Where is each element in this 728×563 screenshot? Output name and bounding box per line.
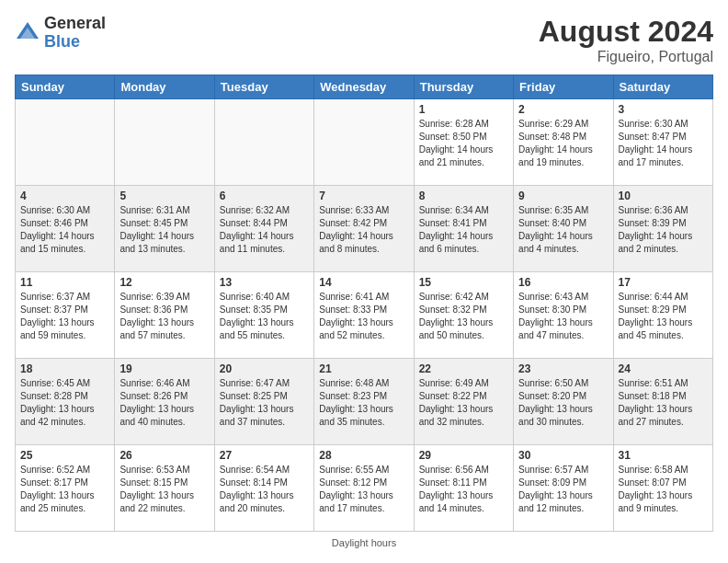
calendar-day-header: Thursday bbox=[414, 75, 513, 99]
day-info: Sunrise: 6:28 AM Sunset: 8:50 PM Dayligh… bbox=[419, 118, 508, 169]
calendar-cell: 30Sunrise: 6:57 AM Sunset: 8:09 PM Dayli… bbox=[514, 445, 613, 532]
day-number: 25 bbox=[20, 449, 109, 462]
calendar-cell: 23Sunrise: 6:50 AM Sunset: 8:20 PM Dayli… bbox=[514, 359, 613, 445]
day-info: Sunrise: 6:49 AM Sunset: 8:22 PM Dayligh… bbox=[419, 377, 508, 429]
calendar-week-row: 25Sunrise: 6:52 AM Sunset: 8:17 PM Dayli… bbox=[16, 445, 713, 532]
day-number: 29 bbox=[419, 449, 508, 462]
calendar-cell: 19Sunrise: 6:46 AM Sunset: 8:26 PM Dayli… bbox=[115, 359, 214, 445]
logo-blue: Blue bbox=[44, 32, 80, 51]
day-number: 22 bbox=[419, 362, 508, 375]
calendar-cell bbox=[314, 99, 414, 186]
logo-icon bbox=[15, 20, 40, 46]
logo: General Blue bbox=[15, 15, 106, 52]
day-number: 6 bbox=[220, 190, 309, 202]
day-info: Sunrise: 6:41 AM Sunset: 8:33 PM Dayligh… bbox=[319, 291, 408, 342]
day-number: 14 bbox=[319, 276, 408, 289]
day-number: 18 bbox=[20, 362, 109, 375]
day-number: 4 bbox=[20, 190, 109, 202]
day-info: Sunrise: 6:50 AM Sunset: 8:20 PM Dayligh… bbox=[518, 377, 608, 429]
day-info: Sunrise: 6:35 AM Sunset: 8:40 PM Dayligh… bbox=[518, 204, 608, 256]
calendar-cell: 12Sunrise: 6:39 AM Sunset: 8:36 PM Dayli… bbox=[115, 272, 214, 359]
day-number: 13 bbox=[220, 276, 309, 289]
calendar-cell: 18Sunrise: 6:45 AM Sunset: 8:28 PM Dayli… bbox=[16, 359, 115, 445]
day-info: Sunrise: 6:56 AM Sunset: 8:11 PM Dayligh… bbox=[419, 464, 508, 515]
calendar-cell: 6Sunrise: 6:32 AM Sunset: 8:44 PM Daylig… bbox=[214, 186, 313, 272]
day-info: Sunrise: 6:45 AM Sunset: 8:28 PM Dayligh… bbox=[20, 377, 109, 429]
calendar-week-row: 11Sunrise: 6:37 AM Sunset: 8:37 PM Dayli… bbox=[16, 272, 713, 359]
calendar-day-header: Wednesday bbox=[314, 75, 414, 99]
day-number: 1 bbox=[419, 103, 508, 116]
day-number: 12 bbox=[119, 276, 209, 289]
day-info: Sunrise: 6:53 AM Sunset: 8:15 PM Dayligh… bbox=[119, 464, 209, 515]
calendar-cell: 28Sunrise: 6:55 AM Sunset: 8:12 PM Dayli… bbox=[314, 445, 414, 532]
day-number: 17 bbox=[619, 276, 708, 289]
page: General Blue August 2024 Figueiro, Portu… bbox=[0, 0, 728, 563]
calendar-cell: 17Sunrise: 6:44 AM Sunset: 8:29 PM Dayli… bbox=[613, 272, 712, 359]
calendar-day-header: Saturday bbox=[613, 75, 712, 99]
day-info: Sunrise: 6:58 AM Sunset: 8:07 PM Dayligh… bbox=[619, 464, 708, 515]
calendar-cell: 13Sunrise: 6:40 AM Sunset: 8:35 PM Dayli… bbox=[214, 272, 313, 359]
calendar-cell: 31Sunrise: 6:58 AM Sunset: 8:07 PM Dayli… bbox=[613, 445, 712, 532]
day-number: 28 bbox=[319, 449, 408, 462]
calendar-cell bbox=[115, 99, 214, 186]
day-info: Sunrise: 6:48 AM Sunset: 8:23 PM Dayligh… bbox=[319, 377, 408, 429]
calendar-cell: 10Sunrise: 6:36 AM Sunset: 8:39 PM Dayli… bbox=[613, 186, 712, 272]
calendar-cell: 21Sunrise: 6:48 AM Sunset: 8:23 PM Dayli… bbox=[314, 359, 414, 445]
calendar-header-row: SundayMondayTuesdayWednesdayThursdayFrid… bbox=[16, 75, 713, 99]
day-info: Sunrise: 6:43 AM Sunset: 8:30 PM Dayligh… bbox=[518, 291, 608, 342]
day-number: 16 bbox=[518, 276, 608, 289]
day-info: Sunrise: 6:52 AM Sunset: 8:17 PM Dayligh… bbox=[20, 464, 109, 515]
calendar-cell: 14Sunrise: 6:41 AM Sunset: 8:33 PM Dayli… bbox=[314, 272, 414, 359]
calendar-week-row: 18Sunrise: 6:45 AM Sunset: 8:28 PM Dayli… bbox=[16, 359, 713, 445]
day-info: Sunrise: 6:57 AM Sunset: 8:09 PM Dayligh… bbox=[518, 464, 608, 515]
day-number: 11 bbox=[20, 276, 109, 289]
day-info: Sunrise: 6:51 AM Sunset: 8:18 PM Dayligh… bbox=[619, 377, 708, 429]
day-info: Sunrise: 6:29 AM Sunset: 8:48 PM Dayligh… bbox=[518, 118, 608, 169]
day-info: Sunrise: 6:34 AM Sunset: 8:41 PM Dayligh… bbox=[419, 204, 508, 256]
day-number: 19 bbox=[119, 362, 209, 375]
calendar-cell: 24Sunrise: 6:51 AM Sunset: 8:18 PM Dayli… bbox=[613, 359, 712, 445]
calendar-cell: 8Sunrise: 6:34 AM Sunset: 8:41 PM Daylig… bbox=[414, 186, 513, 272]
logo-general: General bbox=[44, 14, 106, 32]
calendar-cell: 11Sunrise: 6:37 AM Sunset: 8:37 PM Dayli… bbox=[16, 272, 115, 359]
day-info: Sunrise: 6:47 AM Sunset: 8:25 PM Dayligh… bbox=[220, 377, 309, 429]
calendar-cell: 27Sunrise: 6:54 AM Sunset: 8:14 PM Dayli… bbox=[214, 445, 313, 532]
calendar-cell: 1Sunrise: 6:28 AM Sunset: 8:50 PM Daylig… bbox=[414, 99, 513, 186]
calendar-cell bbox=[16, 99, 115, 186]
calendar-cell: 9Sunrise: 6:35 AM Sunset: 8:40 PM Daylig… bbox=[514, 186, 613, 272]
calendar-cell bbox=[214, 99, 313, 186]
calendar-week-row: 4Sunrise: 6:30 AM Sunset: 8:46 PM Daylig… bbox=[16, 186, 713, 272]
day-number: 3 bbox=[619, 103, 708, 116]
day-number: 21 bbox=[319, 362, 408, 375]
calendar-cell: 16Sunrise: 6:43 AM Sunset: 8:30 PM Dayli… bbox=[514, 272, 613, 359]
day-number: 10 bbox=[619, 190, 708, 202]
day-info: Sunrise: 6:30 AM Sunset: 8:47 PM Dayligh… bbox=[619, 118, 708, 169]
calendar-cell: 4Sunrise: 6:30 AM Sunset: 8:46 PM Daylig… bbox=[16, 186, 115, 272]
location: Figueiro, Portugal bbox=[539, 49, 713, 65]
day-number: 26 bbox=[119, 449, 209, 462]
calendar-cell: 29Sunrise: 6:56 AM Sunset: 8:11 PM Dayli… bbox=[414, 445, 513, 532]
day-info: Sunrise: 6:30 AM Sunset: 8:46 PM Dayligh… bbox=[20, 204, 109, 256]
calendar-cell: 26Sunrise: 6:53 AM Sunset: 8:15 PM Dayli… bbox=[115, 445, 214, 532]
day-info: Sunrise: 6:44 AM Sunset: 8:29 PM Dayligh… bbox=[619, 291, 708, 342]
header: General Blue August 2024 Figueiro, Portu… bbox=[15, 15, 713, 65]
day-info: Sunrise: 6:36 AM Sunset: 8:39 PM Dayligh… bbox=[619, 204, 708, 256]
footer: Daylight hours bbox=[15, 537, 713, 548]
calendar-cell: 22Sunrise: 6:49 AM Sunset: 8:22 PM Dayli… bbox=[414, 359, 513, 445]
day-number: 2 bbox=[518, 103, 608, 116]
calendar-cell: 2Sunrise: 6:29 AM Sunset: 8:48 PM Daylig… bbox=[514, 99, 613, 186]
calendar-day-header: Friday bbox=[514, 75, 613, 99]
calendar-cell: 20Sunrise: 6:47 AM Sunset: 8:25 PM Dayli… bbox=[214, 359, 313, 445]
calendar-day-header: Tuesday bbox=[214, 75, 313, 99]
title-block: August 2024 Figueiro, Portugal bbox=[539, 15, 713, 65]
day-number: 24 bbox=[619, 362, 708, 375]
calendar-cell: 3Sunrise: 6:30 AM Sunset: 8:47 PM Daylig… bbox=[613, 99, 712, 186]
calendar-table: SundayMondayTuesdayWednesdayThursdayFrid… bbox=[15, 75, 713, 532]
day-number: 15 bbox=[419, 276, 508, 289]
day-number: 27 bbox=[220, 449, 309, 462]
calendar-cell: 7Sunrise: 6:33 AM Sunset: 8:42 PM Daylig… bbox=[314, 186, 414, 272]
calendar-day-header: Sunday bbox=[16, 75, 115, 99]
calendar-cell: 15Sunrise: 6:42 AM Sunset: 8:32 PM Dayli… bbox=[414, 272, 513, 359]
day-number: 8 bbox=[419, 190, 508, 202]
calendar-cell: 25Sunrise: 6:52 AM Sunset: 8:17 PM Dayli… bbox=[16, 445, 115, 532]
